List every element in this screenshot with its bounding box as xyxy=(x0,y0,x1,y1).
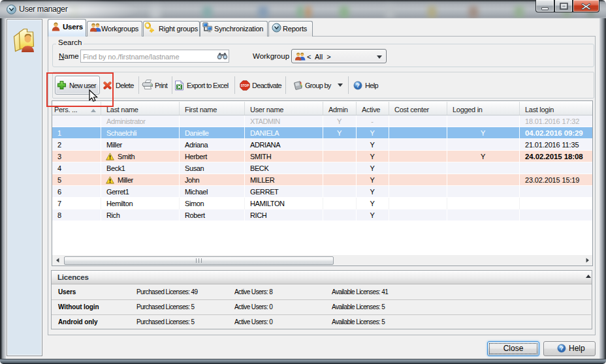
svg-text:?: ? xyxy=(560,345,564,352)
svg-text:?: ? xyxy=(356,82,360,89)
svg-text:STOP: STOP xyxy=(241,84,249,87)
